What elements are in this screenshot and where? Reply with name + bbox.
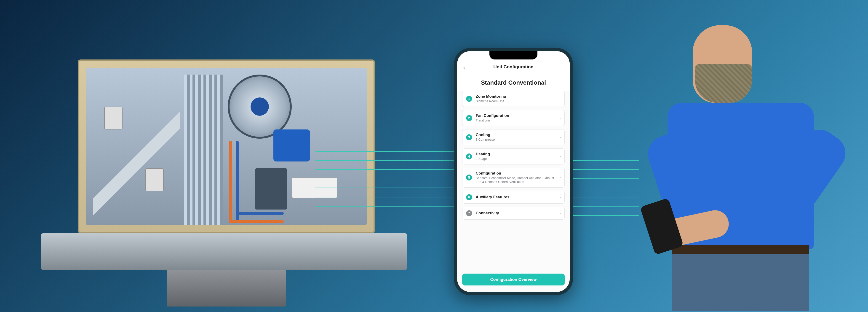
- step-text: Heating2 Stage: [476, 152, 560, 161]
- step-text: Cooling3 Compressor: [476, 133, 560, 142]
- chevron-right-icon: ›: [560, 97, 561, 101]
- config-step-item[interactable]: 7Connectivity›: [462, 207, 565, 220]
- hvac-casing: [78, 59, 375, 233]
- config-type-heading: Standard Conventional: [457, 73, 570, 91]
- step-number-badge: 7: [466, 210, 472, 216]
- actuator-icon: [104, 107, 123, 130]
- step-number-badge: 3: [466, 134, 472, 140]
- step-label: Zone Monitoring: [476, 94, 560, 99]
- hvac-interior: [86, 68, 367, 225]
- hvac-coil-louvers: [184, 75, 223, 225]
- step-label: Configuration: [476, 171, 560, 176]
- step-label: Auxiliary Features: [476, 195, 560, 199]
- phone-notch: [490, 51, 537, 59]
- motor-icon: [273, 130, 310, 162]
- phone-mockup: ‹ Unit Configuration Standard Convention…: [454, 48, 573, 295]
- step-label: Cooling: [476, 133, 560, 137]
- actuator-icon: [145, 168, 164, 191]
- step-number-badge: 1: [466, 96, 472, 102]
- config-step-item[interactable]: 5ConfigurationSensors, Economizer Mode, …: [462, 168, 565, 188]
- technician-jeans: [672, 247, 809, 311]
- step-number-badge: 4: [466, 153, 472, 160]
- step-number-badge: 5: [466, 174, 472, 180]
- hvac-base: [41, 233, 407, 270]
- config-steps-list: 1Zone MonitoringSiemens Room Unit›2Fan C…: [457, 91, 570, 220]
- config-step-item[interactable]: 2Fan ConfigurationTraditional›: [462, 110, 565, 126]
- chevron-right-icon: ›: [560, 116, 561, 120]
- step-text: Zone MonitoringSiemens Room Unit: [476, 94, 560, 104]
- page-title: Unit Configuration: [493, 64, 533, 69]
- step-label: Connectivity: [476, 211, 560, 216]
- configuration-overview-button[interactable]: Configuration Overview: [462, 274, 565, 285]
- step-sublabel: Traditional: [476, 118, 560, 122]
- step-label: Heating: [476, 152, 560, 157]
- back-icon[interactable]: ‹: [463, 64, 465, 71]
- config-step-item[interactable]: 3Cooling3 Compressor›: [462, 129, 565, 145]
- vfd-panel-icon: [255, 168, 287, 209]
- technician-belt: [672, 245, 809, 254]
- chevron-right-icon: ›: [560, 135, 561, 139]
- config-step-item[interactable]: 4Heating2 Stage›: [462, 148, 565, 165]
- step-text: Fan ConfigurationTraditional: [476, 113, 560, 122]
- step-sublabel: Sensors, Economizer Mode, Damper Actuato…: [476, 176, 560, 184]
- blower-fan-icon: [228, 75, 292, 139]
- config-step-item[interactable]: 6Auxiliary Features›: [462, 191, 565, 204]
- phone-screen: ‹ Unit Configuration Standard Convention…: [457, 51, 570, 292]
- chevron-right-icon: ›: [560, 154, 561, 159]
- hvac-stand: [167, 270, 286, 307]
- step-sublabel: Siemens Room Unit: [476, 99, 560, 104]
- step-text: Auxiliary Features: [476, 195, 560, 199]
- config-step-item[interactable]: 1Zone MonitoringSiemens Room Unit›: [462, 91, 565, 107]
- chevron-right-icon: ›: [560, 195, 561, 199]
- step-number-badge: 6: [466, 194, 472, 200]
- chevron-right-icon: ›: [560, 211, 561, 215]
- hvac-unit-illustration: [18, 46, 407, 297]
- face-mask-icon: [695, 64, 752, 103]
- controller-module-icon: [292, 177, 337, 198]
- step-text: ConfigurationSensors, Economizer Mode, D…: [476, 171, 560, 184]
- step-sublabel: 2 Stage: [476, 157, 560, 161]
- step-sublabel: 3 Compressor: [476, 138, 560, 142]
- step-text: Connectivity: [476, 211, 560, 216]
- step-number-badge: 2: [466, 115, 472, 121]
- technician-figure: [626, 18, 855, 311]
- step-label: Fan Configuration: [476, 113, 560, 118]
- chevron-right-icon: ›: [560, 175, 561, 179]
